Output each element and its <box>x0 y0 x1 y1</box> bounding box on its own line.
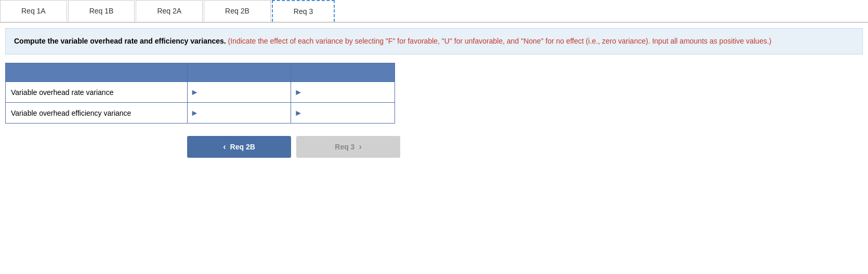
next-chevron-icon: › <box>359 142 361 152</box>
row2-effect-wrapper: ► <box>291 103 394 123</box>
row1-amount-wrapper: ► <box>188 82 291 102</box>
row2-effect-cell: ► <box>291 103 395 124</box>
row2-label: Variable overhead efficiency variance <box>6 103 188 124</box>
tab-req1a[interactable]: Req 1A <box>0 0 67 22</box>
row2-amount-wrapper: ► <box>188 103 291 123</box>
col-header-effect <box>291 63 395 82</box>
tab-req2b[interactable]: Req 2B <box>204 0 271 22</box>
next-button-label: Req 3 <box>335 143 354 151</box>
prev-chevron-icon: ‹ <box>223 142 226 152</box>
prev-button[interactable]: ‹ Req 2B <box>187 136 291 158</box>
row1-effect-arrow-icon: ► <box>291 88 306 97</box>
table-row: Variable overhead efficiency variance ► … <box>6 103 395 124</box>
next-button[interactable]: Req 3 › <box>296 136 400 158</box>
tab-req1b[interactable]: Req 1B <box>68 0 135 22</box>
row2-amount-cell: ► <box>187 103 291 124</box>
tab-req2a[interactable]: Req 2A <box>136 0 203 22</box>
row1-effect-cell: ► <box>291 82 395 103</box>
col-header-amount <box>187 63 291 82</box>
row2-amount-arrow-icon: ► <box>188 108 202 118</box>
variance-table: Variable overhead rate variance ► ► <box>5 63 395 124</box>
instruction-red: (Indicate the effect of each variance by… <box>226 37 772 45</box>
row1-amount-arrow-icon: ► <box>188 88 202 97</box>
tab-req3[interactable]: Req 3 <box>272 0 335 22</box>
row1-effect-input[interactable] <box>306 83 394 102</box>
col-header-label <box>6 63 188 82</box>
row2-effect-arrow-icon: ► <box>291 108 306 118</box>
table-row: Variable overhead rate variance ► ► <box>6 82 395 103</box>
instruction-box: Compute the variable overhead rate and e… <box>5 28 863 54</box>
nav-buttons: ‹ Req 2B Req 3 › <box>187 136 863 158</box>
row1-amount-cell: ► <box>187 82 291 103</box>
instruction-bold: Compute the variable overhead rate and e… <box>14 37 226 45</box>
row1-amount-input[interactable] <box>202 83 291 102</box>
row1-effect-wrapper: ► <box>291 82 394 102</box>
row1-label: Variable overhead rate variance <box>6 82 188 103</box>
prev-button-label: Req 2B <box>230 143 255 151</box>
row2-effect-input[interactable] <box>306 103 394 123</box>
variance-table-container: Variable overhead rate variance ► ► <box>5 63 395 124</box>
content-area: Compute the variable overhead rate and e… <box>0 28 868 158</box>
row2-amount-input[interactable] <box>202 103 291 123</box>
tabs-bar: Req 1A Req 1B Req 2A Req 2B Req 3 <box>0 0 868 23</box>
